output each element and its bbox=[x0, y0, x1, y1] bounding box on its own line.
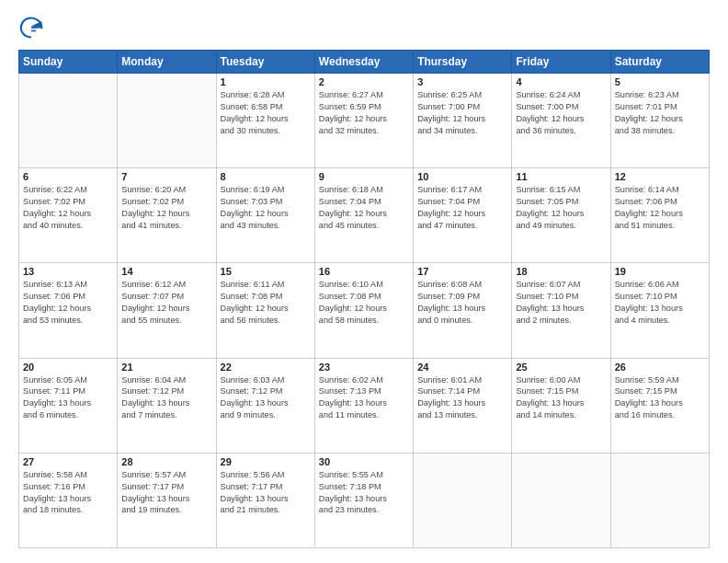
day-number: 11 bbox=[516, 171, 606, 182]
day-number: 20 bbox=[23, 362, 113, 373]
day-info: Sunrise: 6:25 AM Sunset: 7:00 PM Dayligh… bbox=[417, 89, 507, 137]
weekday-header-thursday: Thursday bbox=[414, 51, 512, 74]
page: SundayMondayTuesdayWednesdayThursdayFrid… bbox=[0, 0, 728, 563]
week-row-5: 27Sunrise: 5:58 AM Sunset: 7:16 PM Dayli… bbox=[19, 453, 710, 547]
day-number: 16 bbox=[319, 266, 409, 277]
header bbox=[18, 15, 710, 40]
day-number: 9 bbox=[319, 171, 409, 182]
day-number: 25 bbox=[516, 362, 606, 373]
day-number: 6 bbox=[23, 171, 113, 182]
day-info: Sunrise: 6:00 AM Sunset: 7:15 PM Dayligh… bbox=[516, 374, 606, 422]
day-number: 29 bbox=[221, 456, 311, 467]
day-info: Sunrise: 6:11 AM Sunset: 7:08 PM Dayligh… bbox=[221, 279, 311, 327]
calendar-cell: 23Sunrise: 6:02 AM Sunset: 7:13 PM Dayli… bbox=[314, 358, 413, 453]
calendar-cell: 29Sunrise: 5:56 AM Sunset: 7:17 PM Dayli… bbox=[216, 453, 314, 547]
day-number: 23 bbox=[319, 362, 409, 373]
day-info: Sunrise: 6:13 AM Sunset: 7:06 PM Dayligh… bbox=[23, 279, 113, 327]
day-info: Sunrise: 6:01 AM Sunset: 7:14 PM Dayligh… bbox=[417, 374, 507, 422]
calendar-cell: 22Sunrise: 6:03 AM Sunset: 7:12 PM Dayli… bbox=[216, 358, 314, 453]
calendar-cell: 25Sunrise: 6:00 AM Sunset: 7:15 PM Dayli… bbox=[512, 358, 610, 453]
day-info: Sunrise: 6:07 AM Sunset: 7:10 PM Dayligh… bbox=[516, 279, 606, 327]
day-number: 14 bbox=[121, 266, 211, 277]
calendar-cell bbox=[512, 453, 610, 547]
calendar-cell bbox=[414, 453, 512, 547]
day-number: 15 bbox=[221, 266, 311, 277]
day-info: Sunrise: 6:20 AM Sunset: 7:02 PM Dayligh… bbox=[121, 184, 211, 232]
day-info: Sunrise: 5:57 AM Sunset: 7:17 PM Dayligh… bbox=[121, 469, 211, 517]
calendar-cell: 1Sunrise: 6:28 AM Sunset: 6:58 PM Daylig… bbox=[216, 74, 314, 168]
calendar-cell: 10Sunrise: 6:17 AM Sunset: 7:04 PM Dayli… bbox=[414, 168, 512, 263]
day-info: Sunrise: 6:15 AM Sunset: 7:05 PM Dayligh… bbox=[516, 184, 606, 232]
day-number: 19 bbox=[615, 266, 705, 277]
day-info: Sunrise: 6:08 AM Sunset: 7:09 PM Dayligh… bbox=[417, 279, 507, 327]
calendar-cell: 13Sunrise: 6:13 AM Sunset: 7:06 PM Dayli… bbox=[19, 263, 118, 358]
day-number: 27 bbox=[23, 456, 113, 467]
calendar-cell: 6Sunrise: 6:22 AM Sunset: 7:02 PM Daylig… bbox=[19, 168, 118, 263]
day-info: Sunrise: 5:56 AM Sunset: 7:17 PM Dayligh… bbox=[221, 469, 311, 517]
calendar-cell: 4Sunrise: 6:24 AM Sunset: 7:00 PM Daylig… bbox=[512, 74, 610, 168]
calendar-cell: 8Sunrise: 6:19 AM Sunset: 7:03 PM Daylig… bbox=[216, 168, 314, 263]
calendar-cell bbox=[610, 453, 709, 547]
calendar-cell: 14Sunrise: 6:12 AM Sunset: 7:07 PM Dayli… bbox=[118, 263, 216, 358]
day-info: Sunrise: 6:04 AM Sunset: 7:12 PM Dayligh… bbox=[121, 374, 211, 422]
day-info: Sunrise: 6:19 AM Sunset: 7:03 PM Dayligh… bbox=[221, 184, 311, 232]
calendar-cell: 16Sunrise: 6:10 AM Sunset: 7:08 PM Dayli… bbox=[314, 263, 413, 358]
day-number: 24 bbox=[417, 362, 507, 373]
week-row-1: 1Sunrise: 6:28 AM Sunset: 6:58 PM Daylig… bbox=[19, 74, 710, 168]
calendar-cell: 20Sunrise: 6:05 AM Sunset: 7:11 PM Dayli… bbox=[19, 358, 118, 453]
day-info: Sunrise: 6:02 AM Sunset: 7:13 PM Dayligh… bbox=[319, 374, 409, 422]
day-number: 18 bbox=[516, 266, 606, 277]
day-info: Sunrise: 6:28 AM Sunset: 6:58 PM Dayligh… bbox=[221, 89, 311, 137]
weekday-header-tuesday: Tuesday bbox=[216, 51, 314, 74]
day-number: 22 bbox=[221, 362, 311, 373]
day-number: 5 bbox=[615, 76, 705, 87]
week-row-2: 6Sunrise: 6:22 AM Sunset: 7:02 PM Daylig… bbox=[19, 168, 710, 263]
weekday-header-wednesday: Wednesday bbox=[314, 51, 413, 74]
day-number: 28 bbox=[121, 456, 211, 467]
day-info: Sunrise: 6:03 AM Sunset: 7:12 PM Dayligh… bbox=[221, 374, 311, 422]
calendar-cell: 21Sunrise: 6:04 AM Sunset: 7:12 PM Dayli… bbox=[118, 358, 216, 453]
calendar-cell: 15Sunrise: 6:11 AM Sunset: 7:08 PM Dayli… bbox=[216, 263, 314, 358]
logo-icon bbox=[18, 15, 44, 40]
calendar-table: SundayMondayTuesdayWednesdayThursdayFrid… bbox=[18, 50, 710, 548]
day-number: 21 bbox=[121, 362, 211, 373]
day-number: 7 bbox=[121, 171, 211, 182]
calendar-cell: 24Sunrise: 6:01 AM Sunset: 7:14 PM Dayli… bbox=[414, 358, 512, 453]
calendar-cell: 28Sunrise: 5:57 AM Sunset: 7:17 PM Dayli… bbox=[118, 453, 216, 547]
day-number: 1 bbox=[221, 76, 311, 87]
calendar-cell: 12Sunrise: 6:14 AM Sunset: 7:06 PM Dayli… bbox=[610, 168, 709, 263]
day-info: Sunrise: 5:58 AM Sunset: 7:16 PM Dayligh… bbox=[23, 469, 113, 517]
calendar-cell: 5Sunrise: 6:23 AM Sunset: 7:01 PM Daylig… bbox=[610, 74, 709, 168]
weekday-header-sunday: Sunday bbox=[19, 51, 118, 74]
calendar-cell: 18Sunrise: 6:07 AM Sunset: 7:10 PM Dayli… bbox=[512, 263, 610, 358]
calendar-cell: 2Sunrise: 6:27 AM Sunset: 6:59 PM Daylig… bbox=[314, 74, 413, 168]
calendar-cell: 3Sunrise: 6:25 AM Sunset: 7:00 PM Daylig… bbox=[414, 74, 512, 168]
logo bbox=[18, 15, 48, 40]
day-number: 4 bbox=[516, 76, 606, 87]
calendar-cell: 19Sunrise: 6:06 AM Sunset: 7:10 PM Dayli… bbox=[610, 263, 709, 358]
day-info: Sunrise: 6:24 AM Sunset: 7:00 PM Dayligh… bbox=[516, 89, 606, 137]
calendar-cell: 11Sunrise: 6:15 AM Sunset: 7:05 PM Dayli… bbox=[512, 168, 610, 263]
calendar-cell bbox=[19, 74, 118, 168]
calendar-cell: 9Sunrise: 6:18 AM Sunset: 7:04 PM Daylig… bbox=[314, 168, 413, 263]
day-number: 30 bbox=[319, 456, 409, 467]
day-number: 13 bbox=[23, 266, 113, 277]
weekday-header-friday: Friday bbox=[512, 51, 610, 74]
calendar-cell: 17Sunrise: 6:08 AM Sunset: 7:09 PM Dayli… bbox=[414, 263, 512, 358]
day-info: Sunrise: 6:14 AM Sunset: 7:06 PM Dayligh… bbox=[615, 184, 705, 232]
day-info: Sunrise: 5:59 AM Sunset: 7:15 PM Dayligh… bbox=[615, 374, 705, 422]
day-number: 3 bbox=[417, 76, 507, 87]
day-number: 8 bbox=[221, 171, 311, 182]
calendar-cell: 7Sunrise: 6:20 AM Sunset: 7:02 PM Daylig… bbox=[118, 168, 216, 263]
weekday-header-row: SundayMondayTuesdayWednesdayThursdayFrid… bbox=[19, 51, 710, 74]
week-row-4: 20Sunrise: 6:05 AM Sunset: 7:11 PM Dayli… bbox=[19, 358, 710, 453]
day-info: Sunrise: 5:55 AM Sunset: 7:18 PM Dayligh… bbox=[319, 469, 409, 517]
calendar-cell: 30Sunrise: 5:55 AM Sunset: 7:18 PM Dayli… bbox=[314, 453, 413, 547]
week-row-3: 13Sunrise: 6:13 AM Sunset: 7:06 PM Dayli… bbox=[19, 263, 710, 358]
calendar-cell: 27Sunrise: 5:58 AM Sunset: 7:16 PM Dayli… bbox=[19, 453, 118, 547]
day-info: Sunrise: 6:23 AM Sunset: 7:01 PM Dayligh… bbox=[615, 89, 705, 137]
day-number: 26 bbox=[615, 362, 705, 373]
day-info: Sunrise: 6:17 AM Sunset: 7:04 PM Dayligh… bbox=[417, 184, 507, 232]
calendar-cell: 26Sunrise: 5:59 AM Sunset: 7:15 PM Dayli… bbox=[610, 358, 709, 453]
day-info: Sunrise: 6:18 AM Sunset: 7:04 PM Dayligh… bbox=[319, 184, 409, 232]
